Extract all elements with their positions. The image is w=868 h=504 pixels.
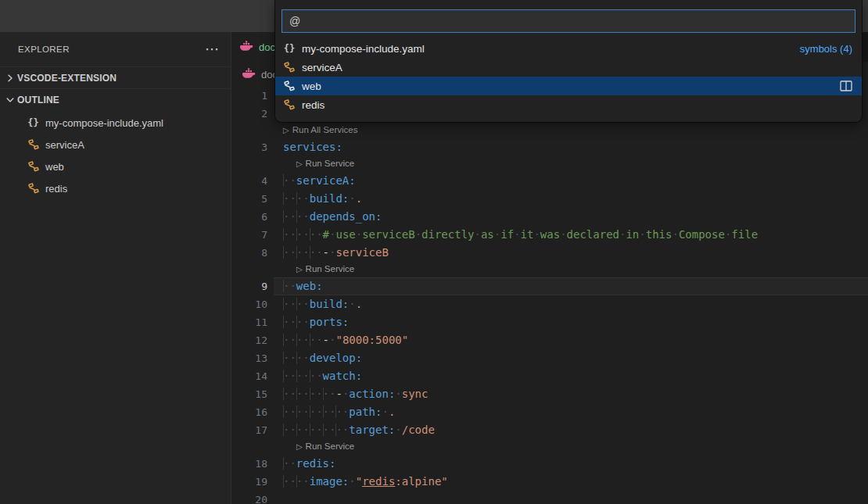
chevron-right-icon (3, 72, 17, 84)
result-label: my-compose-include.yaml (302, 43, 425, 55)
line-number (232, 156, 267, 172)
json-braces-icon: {} (27, 117, 38, 128)
compose-service-icon (27, 160, 40, 173)
explorer-sidebar: EXPLORER ⋯ VSCODE-EXTENSION OUTLINE {}my… (0, 32, 231, 504)
line-number: 13 (232, 349, 267, 367)
quick-open-results: {}my-compose-include.yamlsymbols (4)serv… (275, 39, 862, 114)
line-number: 14 (232, 367, 267, 385)
quick-open-input[interactable]: @ (282, 9, 855, 33)
compose-service-icon (282, 80, 296, 92)
compose-service-icon (283, 98, 296, 111)
code-line-6[interactable]: 6····depends_on: (232, 208, 868, 226)
outline-item-my-compose-include-yaml[interactable]: {}my-compose-include.yaml (0, 112, 231, 134)
quick-open-result-redis[interactable]: redis (275, 95, 862, 114)
explorer-header: EXPLORER ⋯ (0, 32, 231, 66)
quick-open-result-my-compose-include-yaml[interactable]: {}my-compose-include.yamlsymbols (4) (275, 39, 862, 58)
result-label: serviceA (302, 62, 343, 73)
codelens-label: Run Service (306, 264, 355, 273)
code-line-5[interactable]: 5····build:·. (232, 190, 868, 208)
quick-open-result-servicea[interactable]: serviceA (275, 58, 862, 77)
line-number: 19 (232, 473, 267, 491)
line-number: 2 (232, 105, 267, 123)
line-number: 11 (232, 313, 267, 331)
line-number (232, 439, 267, 455)
compose-service-icon (282, 61, 296, 73)
code-line-16[interactable]: 16··········path:·. (232, 403, 868, 421)
outline-item-redis[interactable]: redis (0, 177, 231, 199)
code-line-11[interactable]: 11····ports: (232, 313, 868, 331)
code-line-9[interactable]: 9··web: (232, 277, 868, 295)
codelens-label: Run Service (306, 441, 355, 451)
json-braces-icon: {} (282, 42, 296, 55)
code-line-19[interactable]: 19····image:·"redis:alpine" (232, 473, 868, 491)
line-number (232, 123, 267, 138)
docker-whale-icon (240, 41, 253, 51)
run-triangle-icon: ▷ (296, 159, 303, 168)
code-line-8[interactable]: 8······-·serviceB (232, 244, 868, 262)
run-triangle-icon: ▷ (283, 126, 289, 134)
json-braces-icon: {} (284, 43, 295, 54)
sidebar-section-outline[interactable]: OUTLINE (0, 88, 231, 110)
sidebar-section-vscode-extension[interactable]: VSCODE-EXTENSION (0, 66, 231, 88)
line-number: 5 (232, 190, 267, 208)
line-number: 17 (232, 421, 267, 439)
quick-open-query: @ (289, 15, 300, 27)
compose-service-icon (27, 160, 40, 173)
codelens-run-service[interactable]: ▷Run Service (232, 439, 868, 455)
codelens-run-service[interactable]: ▷Run Service (232, 156, 868, 172)
docker-whale-icon (242, 68, 256, 80)
outline-item-label: my-compose-include.yaml (45, 117, 163, 129)
docker-whale-icon (242, 68, 256, 78)
json-braces-icon: {} (27, 116, 40, 129)
result-label: redis (302, 99, 325, 111)
line-number: 16 (232, 403, 267, 421)
more-actions-icon[interactable]: ⋯ (205, 45, 220, 53)
section-label: VSCODE-EXTENSION (17, 73, 117, 84)
code-line-13[interactable]: 13····develop: (232, 349, 868, 367)
code-line-14[interactable]: 14······watch: (232, 367, 868, 385)
codelens-run-service[interactable]: ▷Run Service (232, 262, 868, 277)
split-editor-button[interactable] (840, 80, 852, 91)
run-triangle-icon: ▷ (296, 442, 303, 451)
current-line-highlight (274, 277, 868, 295)
quick-open-widget: @ {}my-compose-include.yamlsymbols (4)se… (275, 0, 862, 122)
docker-whale-icon (240, 41, 253, 53)
code-line-4[interactable]: 4··serviceA: (232, 172, 868, 190)
code-line-17[interactable]: 17··········target:·/code (232, 421, 868, 439)
outline-tree: {}my-compose-include.yamlserviceAwebredi… (0, 110, 231, 199)
outline-item-servicea[interactable]: serviceA (0, 134, 231, 155)
compose-service-icon (27, 138, 40, 151)
symbols-count-link: symbols (4) (800, 43, 852, 55)
codelens-run-service[interactable]: ▷Run All Services (232, 123, 868, 138)
quick-open-result-web[interactable]: web (275, 77, 862, 95)
line-number: 4 (232, 172, 267, 190)
code-line-10[interactable]: 10····build:·. (232, 295, 868, 313)
code-line-7[interactable]: 7······#·use·serviceB·directly·as·if·it·… (232, 226, 868, 244)
compose-service-icon (27, 182, 40, 195)
code-line-3[interactable]: 3services: (232, 138, 868, 156)
line-number: 20 (232, 491, 267, 504)
line-number: 1 (232, 87, 267, 105)
compose-service-icon (283, 61, 296, 73)
compose-service-icon (27, 138, 40, 151)
code-line-18[interactable]: 18··redis: (232, 455, 868, 473)
line-number: 12 (232, 331, 267, 349)
outline-item-label: web (45, 161, 64, 173)
line-number: 7 (232, 226, 267, 244)
chevron-down-icon (3, 94, 17, 106)
compose-service-icon (282, 98, 296, 111)
compose-service-icon (283, 80, 296, 92)
code-line-15[interactable]: 15········-·action:·sync (232, 385, 868, 403)
outline-item-web[interactable]: web (0, 155, 231, 177)
outline-item-label: redis (45, 183, 67, 195)
code-line-20[interactable]: 20 (232, 491, 868, 504)
outline-item-label: serviceA (45, 139, 84, 151)
quick-open-input-wrap: @ (275, 0, 862, 39)
split-editor-icon (840, 80, 852, 91)
codelens-label: Run All Services (292, 125, 358, 134)
line-number: 9 (232, 277, 267, 295)
code-line-12[interactable]: 12······-·"8000:5000" (232, 331, 868, 349)
code-editor[interactable]: 12▷Run All Services3services:▷Run Servic… (232, 87, 868, 504)
run-triangle-icon: ▷ (296, 265, 303, 273)
line-number (232, 262, 267, 277)
